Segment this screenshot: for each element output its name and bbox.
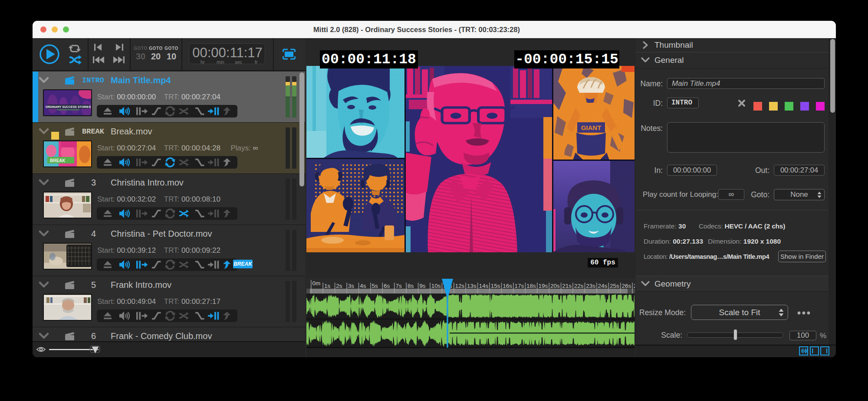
svg-text:25s: 25s [610,283,619,289]
svg-text:9s: 9s [419,283,426,289]
svg-text:0m: 0m [312,280,321,287]
svg-text:ORDINARY SUCCESS STORIES: ORDINARY SUCCESS STORIES [46,105,91,108]
svg-text:18s: 18s [526,283,536,289]
svg-text:5s: 5s [372,283,378,289]
svg-text:27: 27 [634,283,635,289]
svg-text:12s: 12s [455,283,465,289]
svg-text:8s: 8s [408,283,414,289]
svg-text:2s: 2s [336,283,342,289]
svg-text:26s: 26s [621,283,631,289]
svg-text:13s: 13s [467,283,477,289]
svg-text:7s: 7s [395,283,402,289]
svg-text:4s: 4s [360,283,366,289]
svg-text:6s: 6s [384,283,390,289]
svg-text:GOTO: GOTO [134,46,148,51]
svg-text:20: 20 [151,52,161,61]
svg-text:23s: 23s [586,283,595,289]
svg-text:16s: 16s [503,283,512,289]
svg-text:21s: 21s [562,283,572,289]
svg-text:GOTO: GOTO [164,46,178,51]
svg-text:22s: 22s [574,283,584,289]
svg-text:24s: 24s [598,283,608,289]
svg-text:19s: 19s [539,283,548,289]
svg-text:30: 30 [136,52,145,61]
svg-text:3s: 3s [348,283,355,289]
svg-text:10: 10 [167,52,176,61]
svg-text:17s: 17s [515,283,524,289]
svg-text:BREAK: BREAK [50,158,66,163]
svg-text:20s: 20s [550,283,560,289]
svg-text:15s: 15s [491,283,500,289]
svg-text:GOTO: GOTO [149,46,163,51]
svg-text:1s: 1s [324,283,331,289]
svg-text:14s: 14s [479,283,488,289]
